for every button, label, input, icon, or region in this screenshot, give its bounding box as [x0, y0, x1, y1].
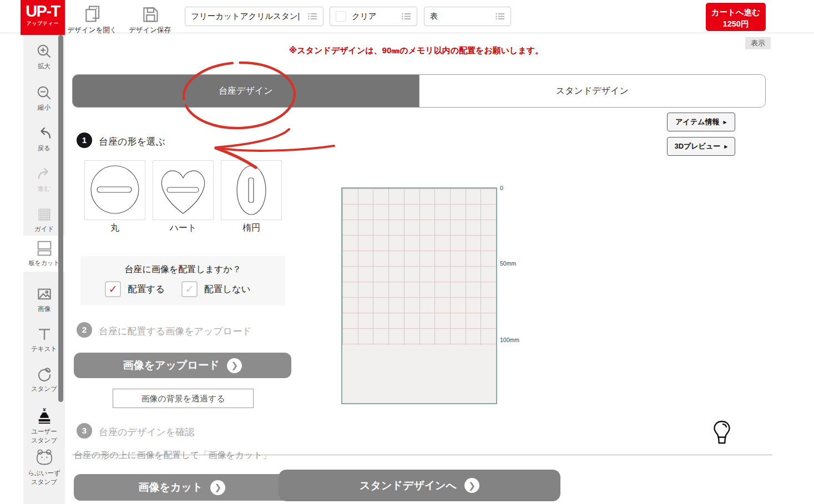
sidebar-item-user-stamp[interactable]: ¥ ユーザー スタンプ — [23, 406, 65, 445]
redo-icon — [36, 166, 53, 182]
sidebar: 拡大 縮小 戻る 進む — [23, 35, 65, 504]
side-select-value: 表 — [430, 11, 491, 22]
header: デザインを開く デザイン保存 フリーカットアクリルスタン| クリア — [0, 0, 814, 33]
cart-button-line1: カートへ進む — [706, 7, 766, 18]
to-stand-design-button[interactable]: スタンドデザインへ — [279, 470, 560, 501]
canvas-tick-100: 100mm — [500, 337, 519, 343]
cut-image-button[interactable]: 画像をカット — [74, 474, 290, 501]
item-info-button[interactable]: アイテム情報 — [667, 113, 735, 131]
arrow-circle-icon — [464, 478, 479, 493]
open-design-icon — [83, 4, 102, 24]
color-swatch — [336, 11, 346, 22]
save-design-label: デザイン保存 — [125, 26, 175, 35]
logo[interactable]: UP-T アップティー — [21, 0, 65, 35]
item-info-label: アイテム情報 — [675, 117, 719, 127]
product-select[interactable]: フリーカットアクリルスタン| — [185, 7, 323, 26]
sidebar-item-loveys-stamp[interactable]: らぶいーず スタンプ — [23, 448, 65, 486]
tab-base-design[interactable]: 台座デザイン — [73, 75, 419, 107]
guide-grid-icon — [36, 206, 53, 223]
design-canvas[interactable] — [341, 187, 497, 404]
canvas-grid — [342, 189, 496, 345]
cut-board-icon — [35, 239, 54, 257]
image-icon — [36, 286, 53, 303]
logo-subtitle: アップティー — [21, 21, 65, 27]
design-tabs: 台座デザイン スタンドデザイン — [72, 74, 766, 108]
upload-image-label: 画像をアップロード — [123, 358, 220, 373]
place-yes-checkbox[interactable] — [105, 281, 121, 297]
color-select[interactable]: クリア — [330, 7, 417, 26]
shape-label-heart: ハート — [153, 222, 214, 234]
zoom-in-icon — [36, 43, 53, 60]
list-icon — [402, 12, 411, 21]
shape-label-circle: 丸 — [84, 222, 145, 234]
notice-text: ※スタンドデザインは、90㎜のメモリ以内の配置をお願いします。 — [289, 45, 543, 56]
open-design-label: デザインを開く — [67, 26, 117, 35]
arrow-circle-icon — [227, 358, 242, 373]
preview-3d-label: 3Dプレビュー — [675, 141, 721, 151]
lightbulb-icon[interactable] — [712, 420, 732, 446]
place-yes-label: 配置する — [128, 283, 165, 296]
canvas-tick-50: 50mm — [500, 260, 516, 267]
heart-shape-icon — [153, 161, 213, 220]
logo-title: UP-T — [21, 2, 65, 21]
text-icon — [36, 326, 53, 343]
step2-number: 2 — [77, 322, 92, 338]
step1-number: 1 — [77, 133, 92, 148]
product-select-value: フリーカットアクリルスタン| — [191, 11, 304, 22]
step3-title: 台座のデザインを確認 — [99, 426, 194, 439]
canvas-tick-0: 0 — [500, 185, 503, 191]
sidebar-item-label: ユーザー スタンプ — [23, 427, 65, 445]
preview-3d-button[interactable]: 3Dプレビュー — [667, 137, 735, 156]
step3-number: 3 — [77, 423, 92, 439]
shape-option-circle[interactable] — [84, 160, 145, 220]
upload-image-button[interactable]: 画像をアップロード — [74, 353, 291, 378]
cart-button[interactable]: カートへ進む 1250円 — [706, 3, 766, 31]
step1-title: 台座の形を選ぶ — [99, 135, 165, 148]
hint-text: 台座の形の上に画像を配置して「画像をカット」 — [74, 450, 271, 461]
placement-panel: 台座に画像を配置しますか？ 配置する 配置しない — [80, 256, 285, 306]
circle-shape-icon — [85, 161, 145, 220]
save-design-button[interactable]: デザイン保存 — [125, 3, 175, 35]
save-design-icon — [140, 4, 159, 24]
display-button[interactable]: 表示 — [745, 37, 771, 49]
placement-question: 台座に画像を配置しますか？ — [80, 264, 285, 276]
stamp-icon — [36, 366, 53, 383]
place-no-label: 配置しない — [204, 283, 251, 296]
side-select[interactable]: 表 — [424, 7, 511, 26]
ellipse-shape-icon — [221, 161, 281, 220]
cut-image-label: 画像をカット — [139, 480, 203, 495]
cart-button-line2: 1250円 — [706, 18, 766, 30]
tab-stand-design[interactable]: スタンドデザイン — [419, 75, 766, 107]
zoom-out-icon — [36, 85, 53, 101]
app-root: デザインを開く デザイン保存 フリーカットアクリルスタン| クリア — [0, 0, 814, 504]
list-icon — [496, 12, 505, 21]
user-stamp-icon: ¥ — [35, 406, 54, 425]
shape-option-ellipse[interactable] — [221, 160, 282, 220]
shape-label-ellipse: 楕円 — [221, 222, 282, 234]
list-icon — [308, 12, 317, 21]
color-select-value: クリア — [352, 11, 397, 22]
loveys-stamp-icon — [34, 448, 54, 467]
transparent-bg-button[interactable]: 画像の背景を透過する — [113, 389, 254, 408]
step2-title: 台座に配置する画像をアップロード — [99, 325, 252, 338]
place-no-checkbox[interactable] — [181, 281, 198, 297]
sidebar-item-label: らぶいーず スタンプ — [23, 469, 65, 486]
open-design-button[interactable]: デザインを開く — [67, 3, 117, 35]
arrow-circle-icon — [210, 480, 225, 495]
shape-option-heart[interactable] — [153, 160, 214, 220]
svg-text:¥: ¥ — [43, 406, 46, 413]
undo-icon — [36, 125, 53, 142]
to-stand-design-label: スタンドデザインへ — [360, 478, 457, 493]
sidebar-scrollbar[interactable] — [58, 35, 63, 402]
